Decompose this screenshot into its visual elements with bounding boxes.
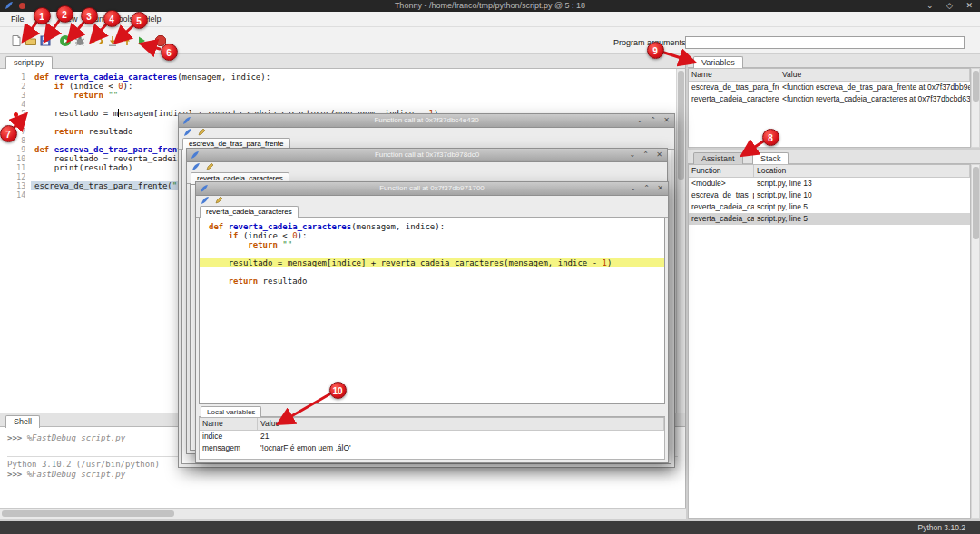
shell-line: >>> %FastDebug script.py [7, 470, 685, 480]
scrollbar-thumb[interactable] [973, 167, 979, 239]
code-line: 3 return "" [0, 91, 676, 100]
column-header-name: Name [689, 69, 779, 81]
thonny-feather-icon [201, 196, 210, 205]
save-file-button[interactable] [38, 32, 52, 50]
tab-shell[interactable]: Shell [5, 415, 40, 428]
tab-assistant[interactable]: Assistant [693, 152, 743, 165]
dialog-maximize-button[interactable]: ⌃ [650, 116, 656, 124]
shell-command: %FastDebug script.py [27, 470, 125, 479]
code-line [200, 249, 664, 258]
variables-scrollbar[interactable] [971, 68, 980, 148]
annotation-badge-8: 8 [762, 129, 779, 146]
step-over-button[interactable] [91, 32, 104, 50]
code-line [200, 267, 664, 277]
locals-tabstrip: Local variables [199, 405, 665, 417]
editor-tabstrip: script.py [0, 54, 685, 69]
dialog-minimize-button[interactable]: ⌄ [630, 184, 636, 192]
dialog-maximize-button[interactable]: ⌃ [642, 150, 649, 159]
tab-stack[interactable]: Stack [752, 152, 789, 165]
line-number-text: 10 [16, 155, 25, 163]
tab-function-frame[interactable]: reverta_cadeia_caracteres [200, 206, 299, 218]
code-line-text: print(resultado) [31, 163, 132, 172]
scrollbar-thumb[interactable] [2, 510, 174, 517]
scrollbar-thumb[interactable] [973, 71, 979, 102]
token: "" [282, 240, 292, 249]
token: if [229, 231, 239, 240]
editor-hscrollbar[interactable] [0, 508, 686, 519]
floppy-icon [39, 34, 52, 47]
table-header: FunctionLocation [689, 165, 970, 178]
stack-scrollbar[interactable] [971, 164, 980, 519]
token: resultado [258, 277, 307, 286]
line-number: 1 [0, 73, 31, 83]
statusbar: Python 3.10.2 [0, 521, 980, 534]
line-number: 12 [0, 173, 31, 182]
dialog-title: Function call at 0x7f37db971700 [379, 184, 485, 192]
dialog-close-button[interactable]: ✕ [663, 116, 670, 124]
dialog-titlebar: Function call at 0x7f37dbc4e430 ⌄ ⌃ ✕ [179, 114, 674, 128]
token: def [34, 73, 49, 82]
local-variables-section: Local variables NameValueindice21mensage… [199, 405, 665, 460]
new-file-button[interactable] [9, 32, 23, 50]
program-arguments-input[interactable] [685, 36, 965, 49]
dialog-close-button[interactable]: ✕ [656, 150, 662, 159]
line-number-text: 14 [16, 191, 25, 199]
dialog-toolbar [196, 196, 668, 205]
line-number-text: 13 [16, 182, 25, 190]
line-number: 4 [0, 101, 31, 110]
token: (indice < [64, 82, 119, 91]
local-variable-row[interactable]: mensagem'!ocnarF é emon uem ,álO' [200, 442, 664, 454]
code-line-text [31, 190, 34, 199]
dialog-close-button[interactable]: ✕ [657, 184, 663, 192]
token: (mensagem, indice): [351, 222, 445, 231]
close-button[interactable]: ✕ [965, 1, 973, 10]
menu-item-file[interactable]: File [5, 12, 30, 27]
play-icon [59, 34, 72, 47]
run-script-button[interactable] [58, 32, 72, 50]
dialog-minimize-button[interactable]: ⌄ [636, 116, 642, 124]
tab-script-py[interactable]: script.py [5, 56, 53, 69]
tab-local-variables[interactable]: Local variables [201, 406, 261, 417]
annotation-badge-2: 2 [56, 5, 74, 23]
token: reverta_cadeia_caracteres [229, 222, 351, 231]
token [209, 231, 229, 240]
open-file-button[interactable] [24, 32, 37, 50]
line-number: 14 [0, 191, 31, 200]
column-header-value: Value [258, 418, 664, 430]
annotation-badge-6: 6 [161, 44, 178, 61]
code-line-text [31, 100, 34, 109]
maximize-button[interactable]: ◇ [946, 1, 953, 10]
toolbar-buttons [9, 32, 167, 50]
code-line-text: return "" [31, 91, 118, 100]
editor-vscrollbar[interactable] [676, 69, 685, 413]
stack-frame-row[interactable]: escreva_de_tras_para_frentescript.py, li… [689, 189, 970, 201]
line-number: 5 [0, 110, 31, 119]
stack-table: FunctionLocation<module>script.py, line … [688, 164, 971, 519]
dialog-title: Function call at 0x7f37dbc4e430 [374, 116, 478, 124]
variable-row[interactable]: reverta_cadeia_caracteres<function rever… [689, 93, 970, 105]
code-line-text [31, 118, 34, 127]
local-variable-row[interactable]: indice21 [200, 431, 664, 442]
stack-frame-row[interactable]: <module>script.py, line 13 [689, 178, 970, 189]
code-line-text: return resultado [31, 127, 132, 136]
variable-row[interactable]: escreva_de_tras_para_frente<function esc… [689, 82, 970, 93]
step-out-button[interactable] [120, 32, 133, 50]
step-into-button[interactable] [105, 32, 119, 50]
dialog-toolbar [179, 128, 674, 137]
scrollbar-thumb[interactable] [678, 71, 684, 180]
python-version: Python 3.10.2 [918, 523, 965, 532]
annotation-badge-5: 5 [131, 12, 148, 29]
line-number: 3 [0, 92, 31, 101]
code-line-text: def reverta_cadeia_caracteres(mensagem, … [205, 222, 445, 231]
resume-button[interactable] [134, 32, 148, 50]
stack-frame-row[interactable]: reverta_cadeia_caracteresscript.py, line… [689, 201, 970, 213]
stack-frame-row[interactable]: reverta_cadeia_caracteresscript.py, line… [689, 213, 970, 225]
tab-variables[interactable]: Variables [693, 56, 743, 69]
dialog-minimize-button[interactable]: ⌄ [629, 150, 635, 159]
token: ): [298, 231, 308, 240]
minimize-button[interactable]: ⌄ [926, 1, 934, 10]
dialog-controls: ⌄ ⌃ ✕ [631, 114, 670, 127]
dialog-maximize-button[interactable]: ⌃ [643, 184, 650, 192]
debug-script-button[interactable] [73, 32, 86, 50]
thonny-feather-icon [200, 184, 209, 193]
